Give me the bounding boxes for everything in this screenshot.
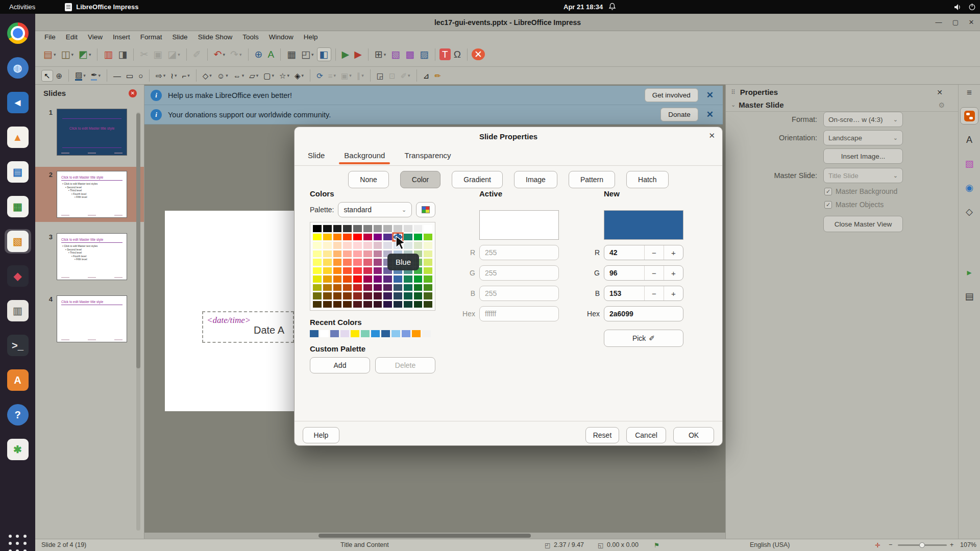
- palette-swatch[interactable]: [414, 292, 423, 299]
- palette-swatch[interactable]: [383, 276, 392, 283]
- palette-swatch[interactable]: [424, 292, 432, 299]
- sidebar-tab-properties[interactable]: [960, 107, 978, 124]
- palette-swatch[interactable]: [323, 267, 332, 274]
- palette-swatch[interactable]: [383, 225, 392, 232]
- recent-color-swatch[interactable]: [351, 330, 359, 337]
- properties-close-icon[interactable]: ✕: [937, 88, 953, 96]
- symbol-shapes-icon[interactable]: ☺▾: [215, 70, 230, 81]
- dropdown-arrow-icon[interactable]: ▾: [256, 73, 259, 78]
- menu-format[interactable]: Format: [135, 32, 167, 42]
- master-background-checkbox[interactable]: ✓Master Background: [824, 187, 897, 195]
- palette-swatch[interactable]: [363, 284, 372, 291]
- palette-swatch[interactable]: [333, 284, 342, 291]
- palette-swatch[interactable]: [333, 267, 342, 274]
- palette-swatch[interactable]: [353, 284, 362, 291]
- fill-type-color-button[interactable]: Color: [400, 171, 440, 188]
- palette-swatch[interactable]: [424, 301, 432, 308]
- dropdown-arrow-icon[interactable]: ▾: [384, 52, 386, 57]
- open-icon[interactable]: ◫▾: [59, 48, 75, 61]
- palette-swatch[interactable]: [394, 225, 402, 232]
- topbar-app-menu[interactable]: LibreOffice Impress: [65, 3, 138, 11]
- zoom-level[interactable]: 107%: [960, 541, 976, 548]
- palette-swatch[interactable]: [353, 292, 362, 299]
- dropdown-arrow-icon[interactable]: ▾: [89, 52, 91, 57]
- dock-terminal-icon[interactable]: >_: [5, 333, 31, 358]
- palette-swatch[interactable]: [374, 267, 382, 274]
- palette-swatch[interactable]: [383, 292, 392, 299]
- display-grid-icon[interactable]: ▦: [285, 48, 298, 61]
- reset-button[interactable]: Reset: [585, 427, 619, 443]
- sidebar-tab-animation[interactable]: ▸: [960, 264, 978, 281]
- minimize-button[interactable]: —: [931, 14, 946, 31]
- dropdown-arrow-icon[interactable]: ▾: [54, 52, 56, 57]
- palette-swatch[interactable]: [374, 259, 382, 266]
- fit-slide-icon[interactable]: ⚑: [654, 541, 659, 549]
- line-color-icon[interactable]: ✒▾: [89, 69, 103, 82]
- zoom-icon[interactable]: ⊕: [54, 70, 65, 81]
- palette-swatch[interactable]: [394, 284, 402, 291]
- palette-swatch[interactable]: [333, 225, 342, 232]
- recent-color-swatch[interactable]: [320, 330, 329, 337]
- palette-swatch[interactable]: [404, 284, 412, 291]
- palette-swatch[interactable]: [343, 225, 352, 232]
- format-dropdown[interactable]: On-scre… w (4:3)⌄: [823, 112, 903, 127]
- palette-swatch[interactable]: [363, 234, 372, 241]
- dropdown-arrow-icon[interactable]: ▾: [71, 52, 74, 57]
- palette-swatch[interactable]: [363, 276, 372, 283]
- close-master-view-button[interactable]: Close Master View: [823, 216, 903, 232]
- palette-swatch[interactable]: [313, 276, 322, 283]
- sidebar-tab-gallery[interactable]: ▧: [960, 155, 978, 172]
- slides-scrollbar[interactable]: [136, 112, 140, 531]
- palette-swatch[interactable]: [414, 301, 423, 308]
- dock-browser-icon[interactable]: ◍: [5, 56, 31, 80]
- palette-swatch[interactable]: [313, 234, 322, 241]
- palette-swatch[interactable]: [404, 292, 412, 299]
- palette-swatch[interactable]: [343, 284, 352, 291]
- palette-swatch[interactable]: [374, 242, 382, 249]
- new-r-spinner[interactable]: 42−+: [604, 245, 683, 260]
- recent-color-swatch[interactable]: [340, 330, 349, 337]
- palette-swatch[interactable]: [323, 259, 332, 266]
- recent-color-swatch[interactable]: [412, 330, 421, 337]
- dropdown-arrow-icon[interactable]: ▾: [242, 73, 244, 78]
- palette-swatch[interactable]: [404, 225, 412, 232]
- palette-swatch[interactable]: [374, 276, 382, 283]
- dock-help-icon[interactable]: ?: [5, 403, 31, 427]
- slides-panel-close-icon[interactable]: ✕: [129, 89, 137, 97]
- palette-swatch[interactable]: [333, 276, 342, 283]
- export-pdf-icon[interactable]: ▥: [102, 48, 115, 61]
- palette-swatch[interactable]: [353, 276, 362, 283]
- palette-swatch[interactable]: [414, 225, 423, 232]
- palette-swatch[interactable]: [363, 301, 372, 308]
- palette-swatch[interactable]: [343, 234, 352, 241]
- dropdown-arrow-icon[interactable]: ▾: [239, 52, 242, 57]
- palette-swatch[interactable]: [414, 276, 423, 283]
- dropdown-arrow-icon[interactable]: ▾: [98, 73, 101, 78]
- palette-swatch[interactable]: [424, 225, 432, 232]
- activities-button[interactable]: Activities: [0, 0, 44, 14]
- dropdown-arrow-icon[interactable]: ▾: [178, 52, 180, 57]
- horizontal-scrollbar[interactable]: [144, 533, 725, 539]
- ellipse-icon[interactable]: ○: [136, 70, 145, 81]
- fill-type-image-button[interactable]: Image: [514, 171, 557, 188]
- insert-special-character-icon[interactable]: Ω: [452, 48, 463, 61]
- palette-swatch[interactable]: [313, 301, 322, 308]
- palette-swatch[interactable]: [363, 292, 372, 299]
- dock-libreoffice-impress-icon[interactable]: ▧: [5, 229, 31, 254]
- master-objects-checkbox[interactable]: ✓Master Objects: [824, 201, 884, 209]
- palette-swatch[interactable]: [313, 292, 322, 299]
- palette-swatch[interactable]: [353, 234, 362, 241]
- palette-swatch[interactable]: [333, 259, 342, 266]
- palette-swatch[interactable]: [424, 259, 432, 266]
- palette-swatch[interactable]: [323, 284, 332, 291]
- spelling-icon[interactable]: A: [265, 48, 276, 61]
- insert-chart-icon[interactable]: ▨: [418, 48, 431, 61]
- recent-color-swatch[interactable]: [402, 330, 410, 337]
- palette-swatch[interactable]: [424, 276, 432, 283]
- zoom-out-button[interactable]: −: [889, 541, 892, 548]
- palette-swatch[interactable]: [333, 242, 342, 249]
- clock[interactable]: Apr 21 18:34: [564, 0, 603, 14]
- donate-button[interactable]: Donate: [660, 108, 698, 121]
- new-b-spinner[interactable]: 153−+: [604, 286, 683, 301]
- palette-swatch[interactable]: [313, 251, 322, 258]
